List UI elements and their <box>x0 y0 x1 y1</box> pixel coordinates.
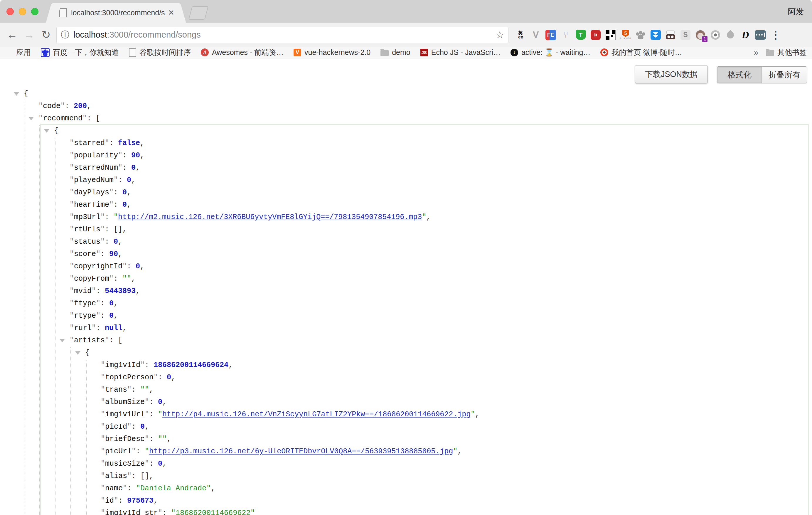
other-bookmarks[interactable]: 其他书签 <box>766 48 807 57</box>
info-icon[interactable]: ⓘ <box>61 29 69 41</box>
json-key: mp3Url <box>74 213 100 221</box>
download-circle-icon: ↓ <box>511 49 518 56</box>
json-open-brace: { <box>54 126 58 135</box>
json-line: "status": 0, <box>0 236 812 248</box>
close-window-button[interactable] <box>6 8 14 15</box>
json-value: 0 <box>127 176 131 184</box>
json-key: popularity <box>74 151 118 160</box>
fe-icon[interactable]: FE <box>545 28 557 41</box>
json-line: "rurl": null, <box>0 322 812 335</box>
browser-menu-icon[interactable]: ⋮ <box>770 29 779 41</box>
folder-icon <box>766 50 774 56</box>
json-line: "id": 975673, <box>0 495 812 507</box>
bookmark-item[interactable]: JSEcho JS - JavaScri… <box>420 48 500 57</box>
json-value: 0 <box>114 237 118 246</box>
mask-icon[interactable] <box>665 28 676 41</box>
baidu-icon <box>41 48 50 57</box>
back-icon[interactable]: ← <box>3 29 21 41</box>
maximize-window-button[interactable] <box>31 8 38 15</box>
collapse-triangle-icon[interactable] <box>44 129 49 133</box>
bookmark-label: Echo JS - JavaScri… <box>431 48 500 57</box>
collapse-triangle-icon[interactable] <box>60 339 65 342</box>
json-tree: {"code": 200,"recommend": [{"starred": f… <box>0 88 812 515</box>
collapse-triangle-icon[interactable] <box>28 117 34 120</box>
json-link[interactable]: http://p3.music.126.net/6y-UleORITEDbvrO… <box>149 447 453 456</box>
json-value: 0 <box>140 423 145 431</box>
forward-icon: → <box>21 29 37 41</box>
minimize-window-button[interactable] <box>19 8 26 15</box>
bookmarks-list: 应用百度一下，你就知道谷歌按时间排序AAwesomes - 前端资…Vvue-h… <box>5 48 682 57</box>
json-key: rtype <box>74 312 96 320</box>
vimium-icon[interactable]: V <box>530 28 542 41</box>
bookmarks-overflow-icon[interactable]: » <box>754 48 758 57</box>
download-json-button[interactable]: 下载JSON数据 <box>635 65 708 83</box>
monkey-badge-icon[interactable]: 1 <box>695 28 706 41</box>
collapse-triangle-icon[interactable] <box>75 351 81 355</box>
download-helper-icon[interactable] <box>650 28 661 41</box>
darkreader-icon[interactable]: D <box>740 28 751 41</box>
json-line: "rtUrls": [], <box>0 224 812 236</box>
bookmark-item[interactable]: demo <box>380 48 410 57</box>
json-key: img1v1Id <box>105 361 140 369</box>
url-path: :3000/recommend/songs <box>107 30 201 39</box>
translate-icon[interactable]: 英en <box>515 28 527 41</box>
json-value: 18686200114669622 <box>176 509 251 515</box>
tab-close-icon[interactable]: ✕ <box>168 8 174 17</box>
bookmark-star-icon[interactable]: ☆ <box>495 29 504 40</box>
bookmark-item[interactable]: 我的首页 微博-随时… <box>600 48 682 57</box>
tampermonkey-icon[interactable]: T <box>575 28 586 41</box>
bookmark-label: 百度一下，你就知道 <box>53 48 119 57</box>
browser-window: { "window": { "profile_name": "阿发", "tab… <box>0 0 812 515</box>
profile-name[interactable]: 阿发 <box>788 6 804 17</box>
browser-tab[interactable]: localhost:3000/recommend/so ✕ <box>53 3 179 23</box>
sass-icon[interactable]: S <box>679 28 691 41</box>
json-key: artists <box>74 336 105 345</box>
tab-strip: localhost:3000/recommend/so ✕ 阿发 <box>0 0 812 23</box>
octotree-icon[interactable]: ⑂ <box>560 28 572 41</box>
json-link[interactable]: http://p4.music.126.net/VnZiScyynLG7atLI… <box>162 410 471 419</box>
bookmark-item[interactable]: 百度一下，你就知道 <box>41 48 119 57</box>
traffic-lights <box>6 8 38 15</box>
json-value: 200 <box>74 102 87 110</box>
paw-icon[interactable] <box>635 28 646 41</box>
json-line: "picUrl": "http://p3.music.126.net/6y-Ul… <box>0 446 812 458</box>
bird-icon[interactable] <box>725 28 736 41</box>
json-key: briefDesc <box>105 435 145 444</box>
weibo-gray-icon[interactable] <box>709 28 721 41</box>
json-key: name <box>105 484 123 493</box>
bookmark-item[interactable]: Vvue-hackernews-2.0 <box>294 48 371 57</box>
json-line: "starredNum": 0, <box>0 162 812 174</box>
collapse-all-button[interactable]: 折叠所有 <box>762 67 807 83</box>
json-value: [] <box>114 225 122 234</box>
qrcode-icon[interactable] <box>605 28 616 41</box>
page-favicon-icon <box>59 8 67 17</box>
json-line: "alias": [], <box>0 470 812 482</box>
proxy-icon[interactable] <box>754 28 766 41</box>
bookmark-item[interactable]: ↓active: ⌛ - waiting… <box>511 48 590 57</box>
json-line: "musicSize": 0, <box>0 458 812 470</box>
collapse-triangle-icon[interactable] <box>14 92 19 96</box>
bookmark-item[interactable]: 应用 <box>5 48 31 57</box>
video-speed-icon[interactable]: » <box>590 28 602 41</box>
json-line: "dayPlays": 0, <box>0 187 812 199</box>
bookmark-label: demo <box>392 48 410 57</box>
json-line: "playedNum": 0, <box>0 174 812 187</box>
address-bar[interactable]: ⓘ localhost:3000/recommend/songs ☆ <box>56 27 509 43</box>
bookmark-item[interactable]: AAwesomes - 前端资… <box>201 48 284 57</box>
json-link[interactable]: http://m2.music.126.net/3XR6BU6yvtyVmFE8… <box>118 213 422 221</box>
reload-icon[interactable]: ↻ <box>37 28 55 41</box>
json-key: img1v1Url <box>105 410 145 419</box>
format-button[interactable]: 格式化 <box>717 67 762 83</box>
new-tab-button[interactable] <box>188 6 208 20</box>
html5-player-icon[interactable]: 5PLAYER <box>620 28 632 41</box>
json-key: copyrightId <box>74 262 122 271</box>
json-key: hearTime <box>74 201 109 209</box>
json-key: trans <box>105 385 127 394</box>
json-key: rtUrls <box>74 225 100 234</box>
json-value: Daniela Andrade <box>140 484 206 493</box>
bookmark-item[interactable]: 谷歌按时间排序 <box>129 48 191 57</box>
url-text[interactable]: localhost:3000/recommend/songs <box>74 30 492 40</box>
json-value: 0 <box>122 188 127 197</box>
json-key: mvid <box>74 287 92 295</box>
json-key: topicPerson <box>105 373 153 382</box>
